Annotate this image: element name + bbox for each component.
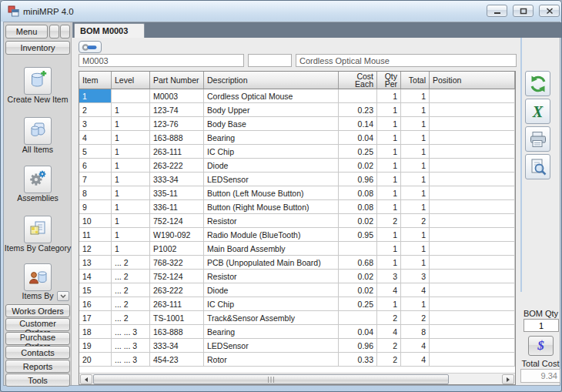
- cell[interactable]: LEDSensor: [204, 339, 339, 353]
- cell[interactable]: IC Chip: [204, 297, 339, 311]
- cell[interactable]: 2: [377, 311, 401, 325]
- cell[interactable]: 0.04: [339, 325, 377, 339]
- scroll-right-button[interactable]: [502, 374, 514, 384]
- cell[interactable]: 263-222: [150, 159, 204, 173]
- cell[interactable]: 13: [79, 256, 112, 270]
- cell[interactable]: 0.02: [339, 159, 377, 173]
- menu-button[interactable]: Menu: [5, 25, 48, 39]
- cell[interactable]: 2: [401, 311, 430, 325]
- panel-splitter[interactable]: [520, 38, 522, 292]
- description-field[interactable]: [296, 54, 517, 67]
- cell[interactable]: 14: [79, 270, 112, 283]
- cell[interactable]: 1: [401, 256, 430, 270]
- cell[interactable]: 1: [377, 186, 401, 200]
- cell[interactable]: 163-888: [150, 325, 204, 339]
- cell[interactable]: M0003: [150, 89, 204, 103]
- cell[interactable]: 4: [377, 283, 401, 297]
- nav-contacts[interactable]: Contacts: [5, 346, 70, 359]
- cell[interactable]: 1: [401, 117, 430, 131]
- bom-qty-input[interactable]: [524, 319, 559, 332]
- cell[interactable]: 8: [79, 186, 112, 200]
- cell[interactable]: ... 2: [112, 311, 150, 325]
- items-by-button[interactable]: [24, 263, 52, 291]
- cell[interactable]: Main Board Assembly: [204, 242, 339, 256]
- cell[interactable]: 0.96: [339, 173, 377, 186]
- cell[interactable]: 768-322: [150, 256, 204, 270]
- minimize-button[interactable]: [487, 5, 507, 17]
- cell[interactable]: 1: [112, 200, 150, 214]
- export-excel-button[interactable]: X: [525, 99, 550, 124]
- cell[interactable]: W190-092: [150, 228, 204, 242]
- cell[interactable]: 1: [401, 297, 430, 311]
- cell[interactable]: LEDSensor: [204, 173, 339, 186]
- cell[interactable]: 8: [401, 325, 430, 339]
- cell[interactable]: 0.68: [339, 256, 377, 270]
- cell[interactable]: 333-34: [150, 339, 204, 353]
- maximize-button[interactable]: [513, 5, 534, 17]
- cell[interactable]: ... ... 3: [112, 339, 150, 353]
- cell[interactable]: 752-124: [150, 214, 204, 228]
- print-preview-button[interactable]: [525, 154, 550, 179]
- cell[interactable]: 1: [112, 159, 150, 173]
- cell[interactable]: 18: [79, 325, 112, 339]
- cell[interactable]: 1: [79, 89, 112, 103]
- cell[interactable]: [339, 89, 377, 103]
- cell[interactable]: Radio Module (BlueTooth): [204, 228, 339, 242]
- cell[interactable]: Cordless Optical Mouse: [204, 89, 339, 103]
- cell[interactable]: 2: [401, 214, 430, 228]
- cell[interactable]: 1: [377, 145, 401, 159]
- cell[interactable]: 0.08: [339, 186, 377, 200]
- cell[interactable]: [430, 159, 515, 173]
- cell[interactable]: 11: [79, 228, 112, 242]
- column-header-total[interactable]: Total: [401, 72, 430, 89]
- cell[interactable]: 0.23: [339, 103, 377, 117]
- cell[interactable]: Rotor: [204, 353, 339, 367]
- cell[interactable]: 3: [79, 117, 112, 131]
- cell[interactable]: [430, 339, 515, 353]
- cell[interactable]: Bearing: [204, 131, 339, 145]
- cell[interactable]: [430, 242, 515, 256]
- cell[interactable]: 335-11: [150, 186, 204, 200]
- cell[interactable]: 0.02: [339, 214, 377, 228]
- cell[interactable]: 1: [377, 89, 401, 103]
- cell[interactable]: P1002: [150, 242, 204, 256]
- cell[interactable]: 1: [377, 297, 401, 311]
- cell[interactable]: 1: [112, 214, 150, 228]
- all-items-button[interactable]: [24, 117, 52, 145]
- tab-bom[interactable]: BOM M0003: [74, 23, 145, 38]
- cell[interactable]: 336-11: [150, 200, 204, 214]
- cell[interactable]: 1: [377, 173, 401, 186]
- cell[interactable]: 1: [112, 228, 150, 242]
- cell[interactable]: 15: [79, 283, 112, 297]
- cell[interactable]: 3: [401, 270, 430, 283]
- cell[interactable]: 1: [377, 200, 401, 214]
- column-header-cost-each[interactable]: Cost Each: [339, 72, 377, 89]
- cell[interactable]: ... 2: [112, 283, 150, 297]
- titlebar[interactable]: miniMRP 4.0: [1, 1, 562, 22]
- create-new-item-button[interactable]: [24, 67, 52, 95]
- cell[interactable]: Diode: [204, 159, 339, 173]
- cell[interactable]: 163-888: [150, 131, 204, 145]
- part-number-field[interactable]: [79, 54, 244, 67]
- cell[interactable]: 0.96: [339, 339, 377, 353]
- nav-tools[interactable]: Tools: [5, 374, 70, 387]
- sidebar-small-button-1[interactable]: [49, 25, 59, 39]
- cell[interactable]: TS-1001: [150, 311, 204, 325]
- cell[interactable]: 17: [79, 311, 112, 325]
- cell[interactable]: 1: [112, 117, 150, 131]
- cell[interactable]: [430, 103, 515, 117]
- cell[interactable]: [112, 89, 150, 103]
- cell[interactable]: 263-222: [150, 283, 204, 297]
- cell[interactable]: IC Chip: [204, 145, 339, 159]
- horizontal-scrollbar[interactable]: [79, 373, 515, 384]
- scrollbar-thumb[interactable]: [93, 374, 449, 384]
- items-by-category-button[interactable]: [24, 216, 52, 243]
- cell[interactable]: 1: [401, 228, 430, 242]
- column-header-position[interactable]: Position: [430, 72, 515, 89]
- cell[interactable]: 333-34: [150, 173, 204, 186]
- cell[interactable]: 0.02: [339, 283, 377, 297]
- cell[interactable]: Body Base: [204, 117, 339, 131]
- nav-customer-orders[interactable]: Customer Orders: [5, 318, 70, 331]
- cell[interactable]: ... 2: [112, 256, 150, 270]
- cell[interactable]: 0.25: [339, 145, 377, 159]
